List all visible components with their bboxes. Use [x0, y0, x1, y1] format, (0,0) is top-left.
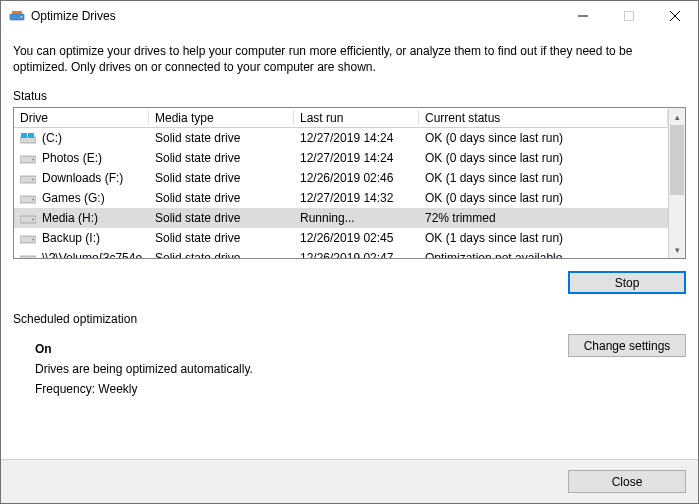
- drive-icon: [20, 153, 36, 165]
- close-button[interactable]: Close: [568, 470, 686, 493]
- col-status-header[interactable]: Current status: [419, 108, 668, 127]
- last-run-cell: 12/27/2019 14:24: [294, 151, 419, 165]
- table-row[interactable]: (C:)Solid state drive12/27/2019 14:24OK …: [14, 128, 668, 148]
- col-drive-header[interactable]: Drive: [14, 108, 149, 127]
- schedule-desc: Drives are being optimized automatically…: [35, 362, 568, 376]
- drive-icon: [20, 253, 36, 258]
- table-row[interactable]: Backup (I:)Solid state drive12/26/2019 0…: [14, 228, 668, 248]
- drives-table: Drive Media type Last run Current status…: [13, 107, 686, 259]
- svg-point-12: [32, 159, 34, 161]
- minimize-button[interactable]: [560, 1, 606, 31]
- status-cell: OK (1 days since last run): [419, 171, 668, 185]
- drive-cell: Media (H:): [14, 211, 149, 225]
- status-cell: 72% trimmed: [419, 211, 668, 225]
- drive-cell: Backup (I:): [14, 231, 149, 245]
- last-run-cell: 12/27/2019 14:24: [294, 131, 419, 145]
- window-title: Optimize Drives: [31, 9, 560, 23]
- status-label: Status: [13, 89, 686, 103]
- drive-cell: Games (G:): [14, 191, 149, 205]
- last-run-cell: 12/27/2019 14:32: [294, 191, 419, 205]
- table-row[interactable]: Downloads (F:)Solid state drive12/26/201…: [14, 168, 668, 188]
- svg-rect-10: [28, 133, 34, 138]
- status-cell: Optimization not available: [419, 251, 668, 258]
- media-cell: Solid state drive: [149, 211, 294, 225]
- drive-icon: [20, 173, 36, 185]
- svg-rect-5: [625, 12, 634, 21]
- drive-icon: [20, 213, 36, 225]
- status-cell: OK (0 days since last run): [419, 151, 668, 165]
- last-run-cell: 12/26/2019 02:46: [294, 171, 419, 185]
- optimize-drives-window: Optimize Drives You can optimize your dr…: [0, 0, 699, 504]
- drive-icon: [20, 233, 36, 245]
- stop-button[interactable]: Stop: [568, 271, 686, 294]
- last-run-cell: 12/26/2019 02:47: [294, 251, 419, 258]
- svg-point-14: [32, 179, 34, 181]
- schedule-frequency: Frequency: Weekly: [35, 382, 568, 396]
- description-text: You can optimize your drives to help you…: [13, 43, 686, 75]
- media-cell: Solid state drive: [149, 131, 294, 145]
- col-last-header[interactable]: Last run: [294, 108, 419, 127]
- close-window-button[interactable]: [652, 1, 698, 31]
- svg-rect-9: [21, 133, 27, 138]
- drive-label: Downloads (F:): [42, 171, 123, 185]
- svg-rect-3: [12, 11, 22, 14]
- drive-cell: Downloads (F:): [14, 171, 149, 185]
- maximize-button: [606, 1, 652, 31]
- table-header: Drive Media type Last run Current status: [14, 108, 668, 128]
- titlebar: Optimize Drives: [1, 1, 698, 31]
- footer: Close: [1, 459, 698, 503]
- drive-cell: Photos (E:): [14, 151, 149, 165]
- svg-point-18: [32, 219, 34, 221]
- drive-cell: \\?\Volume{3c754e: [14, 251, 149, 258]
- change-settings-button[interactable]: Change settings: [568, 334, 686, 357]
- table-row[interactable]: Media (H:)Solid state driveRunning...72%…: [14, 208, 668, 228]
- app-icon: [9, 8, 25, 24]
- svg-rect-21: [20, 256, 36, 258]
- svg-point-16: [32, 199, 34, 201]
- media-cell: Solid state drive: [149, 151, 294, 165]
- last-run-cell: Running...: [294, 211, 419, 225]
- table-row[interactable]: Games (G:)Solid state drive12/27/2019 14…: [14, 188, 668, 208]
- svg-point-20: [32, 239, 34, 241]
- drive-cell: (C:): [14, 131, 149, 145]
- schedule-state: On: [35, 342, 568, 356]
- last-run-cell: 12/26/2019 02:45: [294, 231, 419, 245]
- drive-label: Backup (I:): [42, 231, 100, 245]
- drive-label: Photos (E:): [42, 151, 102, 165]
- drive-label: Games (G:): [42, 191, 105, 205]
- media-cell: Solid state drive: [149, 231, 294, 245]
- media-cell: Solid state drive: [149, 171, 294, 185]
- media-cell: Solid state drive: [149, 251, 294, 258]
- status-cell: OK (0 days since last run): [419, 191, 668, 205]
- schedule-info: On Drives are being optimized automatica…: [13, 330, 568, 402]
- drive-label: Media (H:): [42, 211, 98, 225]
- scheduled-optimization-label: Scheduled optimization: [13, 312, 686, 326]
- status-cell: OK (0 days since last run): [419, 131, 668, 145]
- table-row[interactable]: Photos (E:)Solid state drive12/27/2019 1…: [14, 148, 668, 168]
- drive-icon: [20, 193, 36, 205]
- scroll-up-button[interactable]: ▴: [669, 108, 685, 125]
- os-drive-icon: [20, 133, 36, 145]
- drive-label: \\?\Volume{3c754e: [42, 251, 142, 258]
- drive-label: (C:): [42, 131, 62, 145]
- vertical-scrollbar[interactable]: ▴ ▾: [668, 108, 685, 258]
- scroll-track[interactable]: [669, 125, 685, 241]
- media-cell: Solid state drive: [149, 191, 294, 205]
- table-row[interactable]: \\?\Volume{3c754eSolid state drive12/26/…: [14, 248, 668, 258]
- status-cell: OK (1 days since last run): [419, 231, 668, 245]
- col-media-header[interactable]: Media type: [149, 108, 294, 127]
- scroll-down-button[interactable]: ▾: [669, 241, 685, 258]
- scroll-thumb[interactable]: [670, 125, 684, 195]
- window-buttons: [560, 1, 698, 31]
- svg-point-2: [21, 16, 23, 18]
